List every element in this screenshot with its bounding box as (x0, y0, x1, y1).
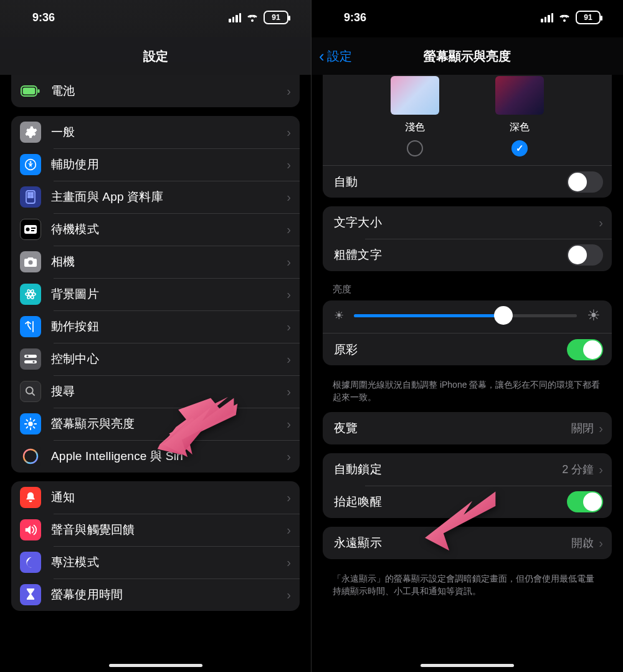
camera-icon (20, 251, 41, 272)
display-brightness-icon (20, 413, 41, 434)
row-true-tone[interactable]: 原彩 (323, 333, 612, 365)
radio-checked-icon[interactable]: ✓ (511, 140, 528, 156)
toggle-off-icon[interactable] (567, 171, 603, 193)
row-label: 控制中心 (51, 351, 282, 367)
row-standby[interactable]: 待機模式 › (11, 213, 300, 246)
slider-track[interactable] (354, 314, 577, 317)
appearance-light-option[interactable]: 淺色 ✓ (391, 76, 439, 156)
row-night-shift[interactable]: 夜覽 關閉 › (323, 412, 612, 444)
brightness-header: 亮度 (312, 280, 623, 299)
radio-unchecked-icon[interactable]: ✓ (407, 140, 423, 156)
display-scroll[interactable]: 淺色 ✓ 深色 ✓ 自動 文字大小 › (312, 0, 623, 672)
svg-rect-20 (24, 360, 37, 363)
nav-title: 螢幕顯示與亮度 (424, 48, 511, 65)
row-accessibility[interactable]: 輔助使用 › (11, 148, 300, 181)
row-bold-text[interactable]: 粗體文字 (323, 239, 612, 271)
battery-pct: 91 (272, 13, 280, 22)
appearance-dark-label: 深色 (510, 121, 530, 134)
row-auto-appearance[interactable]: 自動 (323, 165, 612, 198)
row-label: 輔助使用 (51, 156, 282, 173)
status-bar: 9:36 91 (0, 0, 311, 37)
row-label: 專注模式 (51, 554, 282, 570)
cellular-icon (229, 13, 241, 22)
appearance-light-label: 淺色 (405, 121, 425, 134)
row-control-center[interactable]: 控制中心 › (11, 343, 300, 375)
svg-rect-1 (23, 88, 36, 95)
row-action-button[interactable]: 動作按鈕 › (11, 310, 300, 343)
battery-icon: 91 (264, 11, 288, 24)
chevron-right-icon: › (287, 352, 291, 367)
row-focus[interactable]: 專注模式 › (11, 546, 300, 578)
row-label: 自動鎖定 (334, 461, 562, 478)
row-notifications[interactable]: 通知 › (11, 481, 300, 514)
row-label: 螢幕使用時間 (51, 587, 282, 603)
status-time: 9:36 (344, 11, 366, 24)
siri-icon (20, 446, 41, 467)
chevron-right-icon: › (287, 84, 291, 98)
toggle-on-icon[interactable] (567, 491, 603, 512)
chevron-right-icon: › (287, 491, 291, 505)
slider-fill (354, 314, 503, 317)
slider-thumb[interactable] (494, 306, 513, 325)
chevron-left-icon: ‹ (319, 48, 325, 64)
svg-rect-19 (24, 355, 37, 358)
nav-bar: 設定 (0, 37, 311, 75)
chevron-right-icon: › (287, 523, 291, 537)
status-bar: 9:36 91 (312, 0, 623, 37)
row-label: 電池 (51, 83, 282, 99)
home-indicator[interactable] (109, 664, 202, 667)
brightness-slider[interactable]: ☀︎ ☀︎ (323, 300, 612, 333)
row-text-size[interactable]: 文字大小 › (323, 206, 612, 239)
row-general[interactable]: 一般 › (11, 116, 300, 148)
sun-small-icon: ☀︎ (334, 309, 344, 322)
row-label: 一般 (51, 124, 282, 140)
annotation-arrow-left (143, 386, 249, 468)
svg-point-21 (26, 355, 28, 357)
toggle-on-icon[interactable] (567, 339, 603, 360)
row-label: 原彩 (334, 342, 567, 358)
row-wallpaper[interactable]: 背景圖片 › (11, 278, 300, 310)
svg-rect-2 (38, 89, 40, 93)
row-sound[interactable]: 聲音與觸覺回饋 › (11, 514, 300, 546)
svg-point-25 (24, 449, 37, 463)
svg-marker-29 (425, 492, 495, 551)
hourglass-icon (20, 584, 41, 605)
settings-scroll[interactable]: 電池 › 一般 › 輔助使用 › (0, 0, 311, 672)
svg-rect-7 (31, 193, 33, 194)
row-camera[interactable]: 相機 › (11, 246, 300, 278)
gear-icon (20, 122, 41, 143)
row-label: 自動 (334, 174, 567, 190)
bell-icon (20, 487, 41, 508)
appearance-dark-option[interactable]: 深色 ✓ (495, 76, 544, 156)
status-right: 91 (229, 11, 288, 24)
moon-icon (20, 552, 41, 573)
svg-rect-9 (31, 196, 33, 198)
group-text: 文字大小 › 粗體文字 (323, 206, 612, 271)
cellular-icon (541, 13, 553, 22)
row-battery[interactable]: 電池 › (11, 75, 300, 107)
wifi-icon (246, 13, 259, 22)
toggle-off-icon[interactable] (567, 244, 603, 266)
group-nightshift: 夜覽 關閉 › (323, 412, 612, 444)
row-screentime[interactable]: 螢幕使用時間 › (11, 578, 300, 611)
annotation-arrow-right (405, 480, 511, 561)
svg-point-24 (28, 421, 32, 426)
row-label: 粗體文字 (334, 247, 567, 263)
home-indicator[interactable] (421, 664, 514, 667)
back-label: 設定 (327, 48, 352, 65)
back-button[interactable]: ‹ 設定 (319, 48, 352, 65)
sun-large-icon: ☀︎ (587, 307, 601, 324)
chevron-right-icon: › (287, 125, 291, 140)
status-right: 91 (541, 11, 601, 24)
standby-icon (20, 219, 41, 240)
chevron-right-icon: › (287, 449, 291, 464)
accessibility-icon (20, 154, 41, 175)
row-homescreen[interactable]: 主畫面與 App 資料庫 › (11, 181, 300, 213)
group-battery: 電池 › (11, 75, 300, 107)
row-label: 動作按鈕 (51, 319, 282, 335)
nav-bar: ‹ 設定 螢幕顯示與亮度 (312, 37, 623, 75)
phone-left: 9:36 91 設定 電池 › (0, 0, 312, 672)
control-center-icon (20, 348, 41, 370)
chevron-right-icon: › (287, 255, 291, 269)
row-label: 相機 (51, 254, 282, 270)
